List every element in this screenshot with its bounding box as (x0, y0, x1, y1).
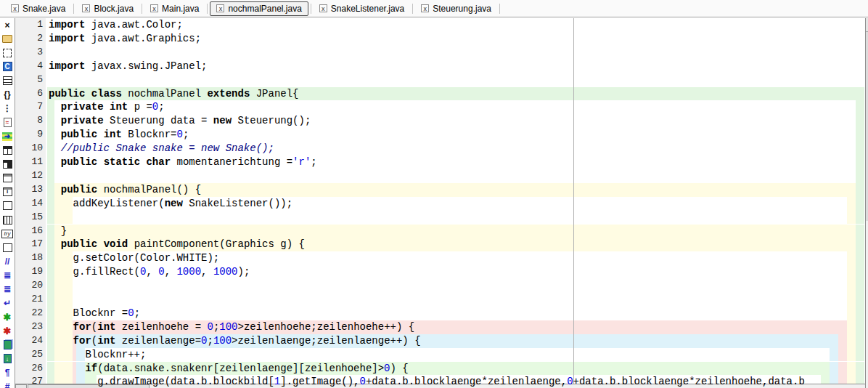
code-token: ; (158, 101, 164, 113)
code-token (49, 129, 61, 140)
open-file-button[interactable] (0, 32, 15, 46)
class-button[interactable]: C (0, 60, 15, 73)
tab-snakelistener-java[interactable]: xSnakeListener.java (314, 2, 410, 15)
vertical-scrollbar[interactable] (865, 18, 868, 388)
window-split-button[interactable] (0, 143, 15, 157)
code-token (49, 321, 73, 333)
code-token: new (213, 115, 232, 126)
tab-block-java[interactable]: xBlock.java (76, 2, 139, 15)
tab-separator (142, 4, 142, 14)
book-button[interactable] (0, 338, 15, 352)
structure-highlight (856, 142, 864, 155)
code-token (49, 142, 61, 154)
tab-snake-java[interactable]: xSnake.java (5, 2, 71, 15)
indent-button[interactable]: ≣ (0, 269, 15, 283)
java-editor-window: { "tabs": { "active_index": 3, "items": … (0, 0, 868, 388)
tab-main-java[interactable]: xMain.java (144, 2, 205, 15)
comment-button[interactable]: // (0, 254, 15, 268)
line-number: 16 (31, 225, 43, 238)
code-token: public (61, 129, 97, 140)
frame-button[interactable] (0, 171, 15, 185)
empty-box-button[interactable] (0, 241, 15, 254)
code-token: Blocknr++; (49, 349, 146, 360)
tab-close-icon[interactable]: x (11, 4, 19, 12)
code-line-text: import java.awt.Graphics; (49, 32, 201, 46)
line-number: 9 (37, 128, 43, 142)
wrap-lines-button[interactable]: ↵ (0, 296, 15, 310)
structure-highlight (830, 362, 838, 376)
frame-plain-button[interactable] (0, 199, 15, 213)
code-token (49, 335, 73, 347)
code-line-text: g.drawImage(data.b.blockbild[1].getImage… (49, 375, 805, 388)
code-editor[interactable]: import java.awt.Color;import java.awt.Gr… (46, 18, 868, 388)
try-button[interactable]: try (0, 227, 15, 241)
unindent-button[interactable]: ≣ (0, 283, 15, 296)
structure-highlight (838, 362, 847, 376)
scroll-left-button[interactable] (15, 384, 27, 388)
stop-debug-button[interactable]: ✱ (0, 324, 15, 338)
code-token: 0 (158, 266, 164, 278)
code-token: int (97, 335, 115, 347)
outline-dots-button[interactable]: ⋮ (0, 102, 15, 116)
code-token: private (61, 115, 104, 126)
hash-icon: # (2, 381, 12, 388)
wrap-lines-icon: ↵ (2, 298, 12, 308)
structure-highlight (847, 348, 856, 362)
code-token: 0 (384, 363, 390, 374)
code-line (46, 169, 865, 183)
tab-separator (412, 4, 413, 14)
code-token: for (73, 321, 91, 333)
debug-bug-button[interactable]: ✱ (0, 310, 15, 324)
structure-highlight (856, 334, 864, 348)
hash-button[interactable]: # (0, 380, 15, 388)
structure-highlight (830, 348, 838, 362)
book-export-button[interactable]: ↓ (0, 352, 15, 365)
code-token: javax.swing.JPanel; (85, 60, 207, 72)
code-token: ; (207, 335, 213, 347)
code-token: import (49, 19, 85, 31)
structure-highlight (847, 320, 856, 334)
line-number: 17 (31, 238, 43, 251)
code-line-text: public static char momentanerichtung ='r… (49, 155, 317, 169)
structure-highlight (847, 211, 856, 225)
code-line (46, 307, 865, 320)
paragraph-button[interactable]: ¶ (0, 366, 15, 380)
code-token: (data.snake.snakenr[zeilenlaenge][zeilen… (97, 363, 384, 374)
tab-close-icon[interactable]: x (421, 4, 429, 12)
window-columns-button[interactable] (0, 157, 15, 171)
tab-close-icon[interactable]: x (82, 4, 90, 12)
structure-highlight (856, 128, 864, 142)
code-line (46, 293, 865, 307)
line-number: 20 (31, 279, 43, 293)
structure-rows-button[interactable] (0, 74, 15, 88)
code-token: 1000 (213, 266, 238, 278)
selection-button[interactable] (0, 46, 15, 60)
code-line-text: addKeyListener(new SnakeListener()); (49, 197, 292, 211)
structure-highlight (847, 307, 856, 320)
tab-label: Main.java (162, 4, 199, 14)
tab-close-icon[interactable]: x (216, 4, 224, 12)
structure-highlight (856, 320, 864, 334)
code-token (49, 184, 61, 195)
grid-icon (3, 216, 12, 225)
line-number: 5 (37, 73, 43, 87)
grid-button[interactable] (0, 213, 15, 227)
frame-icon (3, 174, 12, 182)
code-token: ( (91, 335, 97, 347)
tab-close-icon[interactable]: x (319, 4, 327, 12)
code-line-text: } (49, 225, 67, 238)
code-token: ); (238, 266, 250, 278)
code-token (97, 129, 103, 140)
code-token: int (97, 321, 115, 333)
tab-steuerung-java[interactable]: xSteuerung.java (415, 2, 497, 15)
file-annotations-button[interactable]: ≈ (0, 116, 15, 129)
code-token: 0 (128, 307, 134, 319)
unindent-icon: ≣ (2, 284, 12, 294)
structure-highlight (838, 334, 847, 348)
frame-info-button[interactable]: i (0, 185, 15, 199)
tab-nochmalpanel-java[interactable]: xnochmalPanel.java (210, 1, 308, 16)
braces-button[interactable]: {} (0, 88, 15, 102)
run-arrow-button[interactable]: ➜ (0, 129, 15, 143)
tab-close-icon[interactable]: x (150, 4, 158, 12)
close-button[interactable]: × (0, 18, 15, 32)
